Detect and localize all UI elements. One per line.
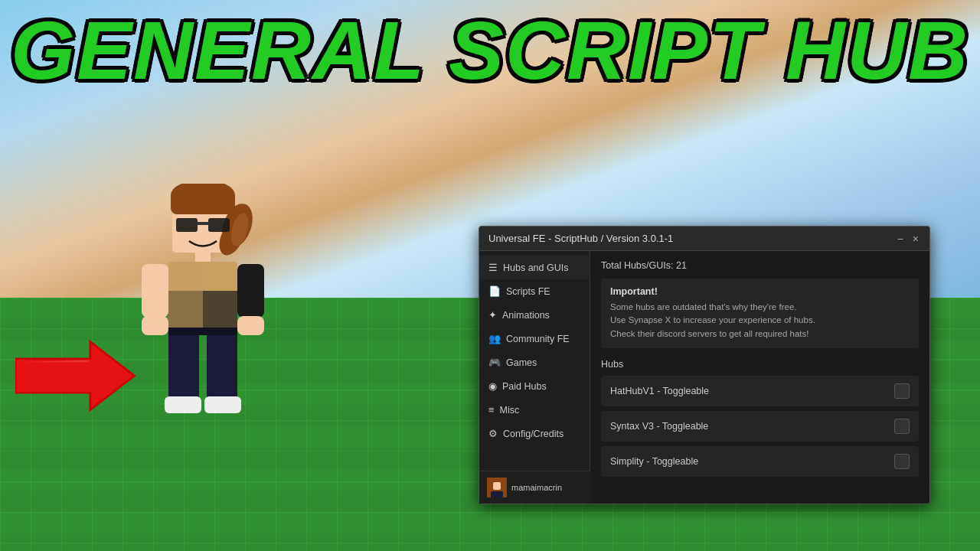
svg-rect-7 xyxy=(176,218,198,232)
red-arrow-icon xyxy=(15,337,138,414)
minimize-button[interactable]: − xyxy=(896,233,905,244)
window-titlebar: Universal FE - ScriptHub / Version 3.0.1… xyxy=(479,227,929,251)
sidebar-item-games[interactable]: 🎮Games xyxy=(479,350,590,374)
hubs-and-guis-icon: ☰ xyxy=(488,262,498,273)
svg-marker-0 xyxy=(15,342,135,410)
svg-rect-3 xyxy=(171,191,235,214)
svg-rect-15 xyxy=(237,264,264,318)
sidebar-label-hubs-and-guis: Hubs and GUIs xyxy=(503,262,568,273)
page-title-container: GENERAL SCRIPT HUB xyxy=(0,9,980,92)
svg-rect-13 xyxy=(168,262,203,331)
hubs-section-label: Hubs xyxy=(601,359,919,370)
svg-rect-17 xyxy=(237,316,264,335)
sidebar-item-community-fe[interactable]: 👥Community FE xyxy=(479,327,590,350)
svg-rect-21 xyxy=(204,396,241,413)
sidebar-label-config-credits: Config/Credits xyxy=(503,429,564,439)
svg-rect-10 xyxy=(195,251,211,262)
close-button[interactable]: × xyxy=(911,233,920,244)
sidebar-label-animations: Animations xyxy=(502,310,550,321)
window-body: ☰Hubs and GUIs📄Scripts FE✦Animations👥Com… xyxy=(479,251,929,504)
important-title: Important! xyxy=(610,286,910,297)
sidebar-label-paid-hubs: Paid Hubs xyxy=(502,381,547,392)
svg-rect-8 xyxy=(208,218,230,232)
community-fe-icon: 👥 xyxy=(488,333,501,344)
hub-item-simplity: Simplity - Toggleable xyxy=(601,446,919,477)
svg-rect-24 xyxy=(493,482,501,490)
window-title: Universal FE - ScriptHub / Version 3.0.1… xyxy=(488,233,673,244)
roblox-character xyxy=(119,184,287,444)
games-icon: 🎮 xyxy=(488,357,501,368)
scripts-fe-icon: 📄 xyxy=(488,285,501,297)
sidebar-item-config-credits[interactable]: ⚙Config/Credits xyxy=(479,422,590,445)
total-count: Total Hubs/GUIs: 21 xyxy=(601,260,919,271)
hub-item-syntax-v3: Syntax V3 - Toggleable xyxy=(601,411,919,442)
hub-toggle-syntax-v3[interactable] xyxy=(894,419,910,434)
hub-toggle-hathubv1[interactable] xyxy=(894,383,910,399)
paid-hubs-icon: ◉ xyxy=(488,380,497,392)
important-text: Some hubs are outdated that's why they'r… xyxy=(610,301,910,341)
sidebar-item-animations[interactable]: ✦Animations xyxy=(479,303,590,327)
user-name: mamaimacrin xyxy=(511,483,562,492)
user-avatar xyxy=(487,478,507,497)
hub-name-simplity: Simplity - Toggleable xyxy=(610,456,698,467)
animations-icon: ✦ xyxy=(488,309,497,321)
svg-rect-14 xyxy=(142,264,168,318)
sidebar-item-paid-hubs[interactable]: ◉Paid Hubs xyxy=(479,374,590,398)
sidebar-item-hubs-and-guis[interactable]: ☰Hubs and GUIs xyxy=(479,256,590,279)
sidebar-user: mamaimacrin xyxy=(479,471,590,504)
svg-rect-20 xyxy=(165,396,201,413)
svg-rect-19 xyxy=(207,329,237,402)
hubs-list: HatHubV1 - ToggleableSyntax V3 - Togglea… xyxy=(601,376,919,477)
config-credits-icon: ⚙ xyxy=(488,428,498,439)
sidebar: ☰Hubs and GUIs📄Scripts FE✦Animations👥Com… xyxy=(479,251,590,504)
svg-rect-22 xyxy=(168,328,237,335)
hub-item-hathubv1: HatHubV1 - Toggleable xyxy=(601,376,919,406)
important-box: Important! Some hubs are outdated that's… xyxy=(601,279,919,348)
sidebar-label-community-fe: Community FE xyxy=(506,334,570,344)
sidebar-label-games: Games xyxy=(506,357,537,368)
red-arrow-container xyxy=(15,337,138,417)
hub-name-syntax-v3: Syntax V3 - Toggleable xyxy=(610,421,708,432)
svg-rect-18 xyxy=(168,329,199,402)
svg-rect-25 xyxy=(491,491,503,497)
svg-rect-9 xyxy=(197,222,209,225)
sidebar-label-misc: Misc xyxy=(500,405,520,416)
svg-rect-16 xyxy=(142,316,168,335)
window-controls: − × xyxy=(896,233,920,244)
main-content: Total Hubs/GUIs: 21 Important! Some hubs… xyxy=(590,251,929,504)
script-hub-window: Universal FE - ScriptHub / Version 3.0.1… xyxy=(479,226,930,504)
sidebar-item-misc[interactable]: ≡Misc xyxy=(479,398,590,422)
page-title: GENERAL SCRIPT HUB xyxy=(11,4,969,96)
hub-name-hathubv1: HatHubV1 - Toggleable xyxy=(610,386,709,396)
sidebar-item-scripts-fe[interactable]: 📄Scripts FE xyxy=(479,279,590,303)
hub-toggle-simplity[interactable] xyxy=(894,454,910,469)
misc-icon: ≡ xyxy=(488,404,495,416)
sidebar-label-scripts-fe: Scripts FE xyxy=(506,286,550,297)
